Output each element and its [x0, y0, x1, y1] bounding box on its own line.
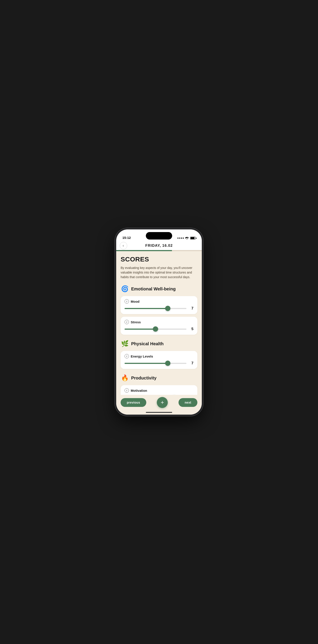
header: ‹ FRIDAY, 16.02 [116, 241, 202, 250]
emotional-icon: 🌀 [120, 285, 129, 293]
page-title: SCORES [120, 256, 198, 263]
mood-label-row: i Mood [124, 299, 194, 304]
stress-card: i Stress 5 [120, 317, 198, 335]
physical-title: Physical Health [131, 341, 164, 346]
emotional-title: Emotional Well-being [131, 286, 176, 292]
signal-dot-4 [183, 238, 184, 239]
section-emotional: 🌀 Emotional Well-being i Mood [120, 285, 198, 335]
home-indicator [146, 412, 172, 413]
mood-label: Mood [131, 300, 140, 303]
section-header-emotional: 🌀 Emotional Well-being [120, 285, 198, 293]
status-icons [178, 237, 196, 240]
signal-dot-2 [179, 238, 180, 239]
status-time: 15:12 [122, 236, 131, 240]
next-button[interactable]: next [178, 398, 198, 407]
section-physical: 🌿 Physical Health i Energy Levels [120, 340, 198, 369]
mood-card: i Mood 7 [120, 296, 198, 314]
stress-value: 5 [189, 327, 194, 331]
mood-slider-row: 7 [124, 306, 194, 310]
battery-fill [190, 237, 194, 239]
phone-screen: 15:12 ‹ FRIDAY, 16.02 [116, 230, 202, 414]
energy-card: i Energy Levels 7 [120, 351, 198, 369]
motivation-label-row: i Motivation [124, 388, 194, 393]
signal-dot-1 [178, 238, 178, 239]
productivity-icon: 🔥 [120, 374, 129, 382]
mood-value: 7 [189, 306, 194, 310]
productivity-title: Productivity [131, 376, 156, 380]
back-arrow-icon: ‹ [122, 244, 124, 248]
energy-slider-row: 7 [124, 361, 194, 366]
wifi-icon [185, 237, 189, 240]
previous-button[interactable]: previous [120, 398, 146, 407]
page-description: By evaluating key aspects of your day, y… [120, 266, 198, 280]
stress-info-icon[interactable]: i [124, 320, 129, 324]
physical-icon: 🌿 [120, 340, 129, 348]
energy-slider-wrapper[interactable] [124, 361, 186, 366]
main-content: SCORES By evaluating key aspects of your… [116, 251, 202, 414]
motivation-info-icon[interactable]: i [124, 388, 129, 393]
stress-slider-row: 5 [124, 327, 194, 331]
energy-value: 7 [189, 361, 194, 366]
battery-icon [190, 237, 196, 240]
energy-info-icon[interactable]: i [124, 354, 129, 358]
stress-slider-wrapper[interactable] [124, 327, 186, 331]
motivation-label: Motivation [131, 389, 147, 392]
section-header-productivity: 🔥 Productivity [120, 374, 198, 382]
stress-label-row: i Stress [124, 320, 194, 324]
bottom-bar: previous + next [116, 395, 202, 414]
mood-slider-wrapper[interactable] [124, 306, 186, 310]
stress-label: Stress [131, 320, 141, 324]
phone-frame: 15:12 ‹ FRIDAY, 16.02 [116, 230, 202, 414]
add-button[interactable]: + [157, 397, 168, 408]
signal-dots [178, 238, 184, 239]
mood-info-icon[interactable]: i [124, 299, 129, 304]
section-header-physical: 🌿 Physical Health [120, 340, 198, 348]
back-button[interactable]: ‹ [120, 242, 127, 250]
header-title: FRIDAY, 16.02 [146, 244, 173, 248]
energy-label: Energy Levels [131, 354, 153, 358]
signal-dot-3 [181, 238, 182, 239]
dynamic-island [146, 232, 172, 240]
energy-label-row: i Energy Levels [124, 354, 194, 358]
